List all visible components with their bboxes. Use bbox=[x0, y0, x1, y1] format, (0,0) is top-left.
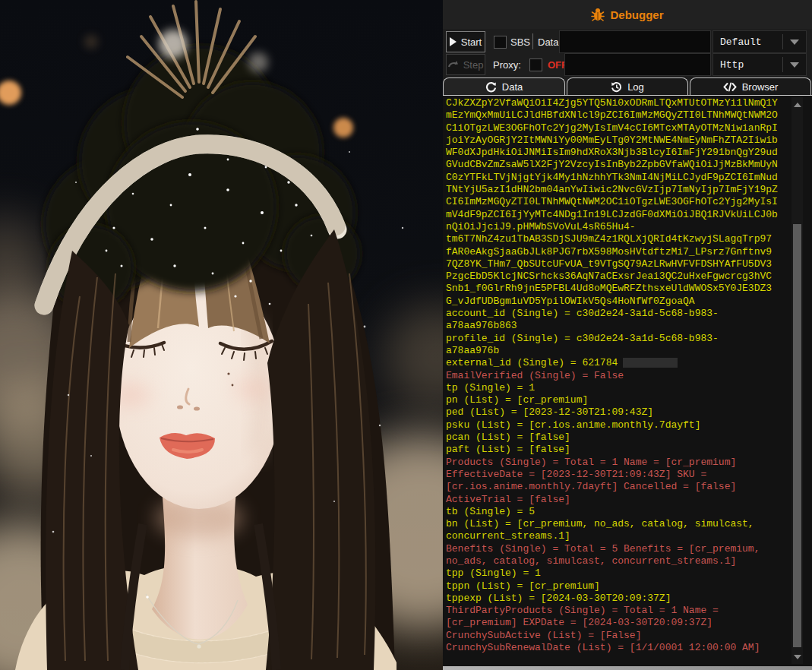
field-divider bbox=[532, 33, 533, 49]
console-line: tp (Single) = 1 bbox=[446, 382, 812, 394]
console-line: tb (Single) = 5 bbox=[446, 506, 812, 518]
tab-log[interactable]: Log bbox=[567, 77, 688, 96]
tab-log-label: Log bbox=[627, 81, 644, 93]
console-line: [cr_premium] EXPDate = [2024-03-30T20:09… bbox=[446, 617, 812, 629]
tab-data-label: Data bbox=[502, 81, 523, 93]
console-line: nQiOiJjciJ9.pHMWbSVoVuL4sR65Hu4- bbox=[446, 221, 812, 233]
sbs-label: SBS bbox=[510, 36, 530, 48]
console-line: pcan (List) = [false] bbox=[446, 431, 812, 444]
portrait-photo bbox=[0, 0, 443, 670]
bug-icon bbox=[591, 8, 605, 21]
screenshot-root: Debugger Start SBS Data: Default Step Pr… bbox=[0, 0, 812, 670]
refresh-icon bbox=[485, 81, 497, 93]
console-line: tm6T7NhZ4zu1TbAB3SDjSJU9mZ4z1RQLXjQRId4t… bbox=[446, 233, 812, 245]
console-line: EffectiveDate = [2023-12-30T21:09:43Z] S… bbox=[446, 469, 812, 481]
tab-data[interactable]: Data bbox=[443, 77, 565, 96]
console-line: mV4dF9pZCI6IjYyMTc4NDg1In19LCJzdGF0dXMiO… bbox=[446, 209, 812, 221]
protocol-dropdown-value: Http bbox=[713, 59, 782, 71]
console-line: CrunchySubActive (List) = [False] bbox=[446, 630, 812, 642]
code-icon bbox=[723, 82, 737, 92]
data-input[interactable] bbox=[559, 30, 711, 53]
start-button[interactable]: Start bbox=[446, 31, 485, 52]
console-line: fAR0eAkgSjaaGbJLk8PJG7rbX598MosHVtdftzMi… bbox=[446, 246, 812, 258]
console-line: 7QZ8YK_THm7_QbSUtcUFvUA_t9VTgSQ79AzLRwHV… bbox=[446, 258, 812, 270]
selection-highlight bbox=[623, 358, 678, 368]
console-line: TNtYjU5azI1dHN2bm04anYwIiwic2NvcGVzIjp7I… bbox=[446, 184, 812, 196]
triangle-down-icon bbox=[794, 655, 801, 659]
console-scrollbar[interactable] bbox=[791, 97, 803, 664]
play-icon bbox=[450, 37, 457, 46]
console-line: G_vJdfUDBgm1uVD5YpilOWIkV5Qs4HoNfWf0Zgoa… bbox=[446, 295, 812, 308]
chevron-down-icon bbox=[790, 62, 799, 68]
proxy-checkbox[interactable] bbox=[529, 58, 542, 71]
protocol-dropdown-arrow[interactable] bbox=[782, 57, 806, 72]
console-line: mEzYmQxMmUiLCJldHBfdXNlcl9pZCI6ImMzMGQyZ… bbox=[446, 109, 812, 122]
console-line: Snb1_f0GlrRh9jnE5PFBL4Ud8oMQEwRFZthsxeUl… bbox=[446, 283, 812, 295]
console-line: WF0dXJpdHkiOiJNMiIsIm9hdXRoX3Njb3BlcyI6I… bbox=[446, 147, 812, 159]
step-button-label: Step bbox=[463, 59, 484, 71]
console-line: a78aa976b bbox=[446, 345, 812, 357]
debugger-panel: Debugger Start SBS Data: Default Step Pr… bbox=[443, 0, 812, 670]
console-line: tpp (Single) = 1 bbox=[446, 567, 812, 580]
console-line: pn (List) = [cr_premium] bbox=[446, 394, 812, 406]
console-line: concurrent_streams.1] bbox=[446, 530, 812, 542]
profile-dropdown[interactable]: Default bbox=[712, 30, 807, 53]
console-line: a78aa976b863 bbox=[446, 320, 812, 332]
console-line: [cr.ios.anime.monthly.7dayft] Cancelled … bbox=[446, 481, 812, 493]
console-line: Benefits (Single) = Total = 5 Benefits =… bbox=[446, 543, 812, 555]
profile-dropdown-arrow[interactable] bbox=[782, 34, 806, 49]
bottom-edge-strip bbox=[443, 666, 812, 670]
protocol-dropdown[interactable]: Http bbox=[712, 53, 807, 76]
console-line: PzgcEbD5KlcjNCSrhcks36AqN7aCExsrJeai3QC2… bbox=[446, 270, 812, 283]
scroll-down-button[interactable] bbox=[792, 652, 802, 662]
console-line: tppn (List) = [cr_premium] bbox=[446, 580, 812, 593]
console-line: bn (List) = [cr_premium, no_ads, catalog… bbox=[446, 518, 812, 530]
console-line: ActiveTrial = [false] bbox=[446, 494, 812, 506]
data-label: Data: bbox=[538, 36, 561, 48]
console-line: C1iOTgzLWE3OGFhOTc2Yjg2MyIsImV4cCI6MTcxM… bbox=[446, 122, 812, 134]
console-line: ThirdPartyProducts (Single) = Total = 1 … bbox=[446, 605, 812, 617]
console-line: Products (Single) = Total = 1 Name = [cr… bbox=[446, 457, 812, 469]
triangle-up-icon bbox=[794, 103, 801, 107]
chevron-down-icon bbox=[790, 40, 799, 45]
console-line: C0zYTFkLTVjNjgtYjk4My1hNzhhYTk3NmI4NjMiL… bbox=[446, 172, 812, 184]
console-line: CJkZXZpY2VfaWQiOiI4Zjg5YTQ5Ni0xODRmLTQxM… bbox=[446, 97, 812, 109]
console-line: ped (List) = [2023-12-30T21:09:43Z] bbox=[446, 406, 812, 419]
scrollbar-thumb[interactable] bbox=[793, 224, 801, 647]
start-button-label: Start bbox=[461, 36, 482, 48]
step-button[interactable]: Step bbox=[446, 54, 485, 75]
tab-browser[interactable]: Browser bbox=[690, 77, 811, 96]
tab-browser-label: Browser bbox=[742, 81, 779, 93]
console-line: no_ads, catalog, simulcast, concurrent_s… bbox=[446, 555, 812, 567]
sbs-checkbox[interactable] bbox=[494, 36, 507, 49]
proxy-label: Proxy: bbox=[493, 59, 521, 71]
console-line: tppexp (List) = [2024-03-30T20:09:37Z] bbox=[446, 593, 812, 605]
scroll-up-button[interactable] bbox=[792, 100, 802, 109]
console-line: profile_id (Single) = c30d2e24-3a1d-5c68… bbox=[446, 333, 812, 345]
console-line: EmailVerified (Single) = False bbox=[446, 370, 812, 382]
app-title: Debugger bbox=[610, 8, 663, 21]
proxy-input[interactable] bbox=[564, 53, 711, 76]
history-icon bbox=[611, 81, 622, 93]
console-line: external_id (Single) = 621784 bbox=[446, 357, 812, 369]
title-bar: Debugger bbox=[443, 0, 812, 29]
console-output[interactable]: CJkZXZpY2VfaWQiOiI4Zjg5YTQ5Ni0xODRmLTQxM… bbox=[443, 96, 812, 666]
console-line: joiYzAyOGRjY2ItMWNiYy00MmEyLTg0Y2MtNWE4N… bbox=[446, 134, 812, 147]
portrait-illustration bbox=[0, 0, 443, 670]
console-line: account_id (Single) = c30d2e24-3a1d-5c68… bbox=[446, 308, 812, 320]
redo-icon bbox=[448, 60, 459, 69]
console-line: CI6ImMzMGQyZTI0LTNhMWQtNWM2OC1iOTgzLWE3O… bbox=[446, 196, 812, 208]
console-line: psku (List) = [cr.ios.anime.monthly.7day… bbox=[446, 419, 812, 431]
console-line: paft (List) = [false] bbox=[446, 444, 812, 456]
console-line: CrunchySubRenewalDate (List) = [1/1/0001… bbox=[446, 642, 812, 654]
profile-dropdown-value: Default bbox=[713, 36, 782, 48]
console-line: GVudCBvZmZsaW5lX2FjY2VzcyIsInByb2ZpbGVfa… bbox=[446, 159, 812, 171]
